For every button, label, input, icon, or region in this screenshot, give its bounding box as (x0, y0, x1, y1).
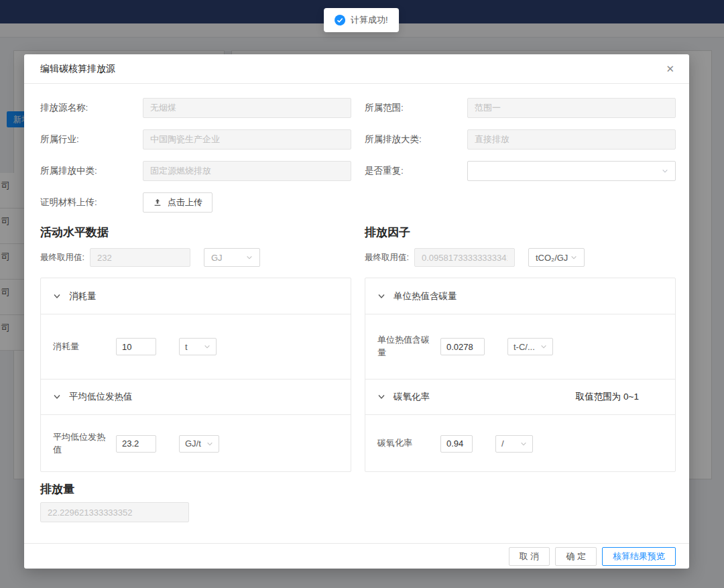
activity-panel: 消耗量 消耗量 t 平均低位发热值 (40, 278, 351, 472)
chevron-down-icon (662, 168, 668, 174)
toast-message: 计算成功! (351, 14, 388, 26)
field-scope: 所属范围: (365, 98, 676, 118)
preview-result-button[interactable]: 核算结果预览 (602, 547, 676, 566)
chevron-down-icon (570, 254, 577, 261)
row-label: 平均低位发热值 (53, 431, 105, 457)
heating-value-unit: GJ/t (185, 438, 201, 449)
oxidation-collapse-header[interactable]: 碳氧化率 取值范围为 0~1 (365, 379, 675, 415)
field-mid-category: 所属排放中类: (40, 161, 351, 181)
activity-section: 活动水平数据 最终取用值: GJ 消耗量 消耗量 (40, 213, 351, 472)
collapse-title: 碳氧化率 (394, 391, 430, 403)
field-label: 所属排放中类: (40, 165, 143, 177)
duplicate-select[interactable] (467, 161, 676, 181)
activity-final-row: 最终取用值: GJ (40, 248, 351, 267)
oxidation-unit-select: / (495, 435, 533, 453)
factor-final-input (414, 248, 515, 267)
upload-button-label: 点击上传 (168, 196, 202, 209)
sections: 活动水平数据 最终取用值: GJ 消耗量 消耗量 (40, 213, 676, 472)
consumption-unit-select: t (179, 338, 217, 355)
chevron-down-icon (377, 292, 385, 300)
major-category-input (467, 129, 676, 150)
carbon-content-row: 单位热值含碳量 t-C/... (365, 314, 675, 379)
carbon-content-input[interactable] (440, 338, 485, 355)
field-label: 排放源名称: (40, 102, 143, 114)
activity-heading: 活动水平数据 (40, 225, 351, 240)
ok-button[interactable]: 确 定 (555, 547, 597, 566)
oxidation-range-note: 取值范围为 0~1 (576, 391, 663, 403)
factor-heading: 排放因子 (365, 225, 676, 240)
chevron-down-icon (540, 343, 547, 350)
dialog-title: 编辑碳核算排放源 (40, 63, 115, 75)
chevron-down-icon (53, 292, 61, 300)
field-industry: 所属行业: (40, 129, 351, 150)
field-label: 是否重复: (365, 165, 467, 177)
dialog-footer: 取 消 确 定 核算结果预览 (24, 543, 689, 569)
field-label: 证明材料上传: (40, 196, 143, 209)
field-upload: 证明材料上传: 点击上传 (40, 192, 351, 213)
chevron-down-icon (204, 343, 210, 350)
chevron-down-icon (246, 254, 253, 261)
chevron-down-icon (520, 440, 527, 447)
heating-value-input[interactable] (116, 435, 156, 453)
upload-icon (153, 198, 162, 207)
scope-input (467, 98, 676, 118)
row-label: 消耗量 (53, 341, 105, 353)
collapse-title: 平均低位发热值 (69, 391, 133, 403)
field-label: 所属范围: (365, 102, 467, 114)
source-name-input (143, 98, 351, 118)
field-label: 所属行业: (40, 133, 143, 145)
chevron-down-icon (53, 393, 61, 401)
final-value-label: 最终取用值: (40, 252, 84, 263)
carbon-content-collapse-header[interactable]: 单位热值含碳量 (365, 278, 675, 314)
consumption-row: 消耗量 t (41, 314, 351, 379)
mid-category-input (143, 161, 351, 181)
heating-value-row: 平均低位发热值 GJ/t (41, 415, 351, 472)
oxidation-row: 碳氧化率 / (365, 415, 675, 472)
dialog-header: 编辑碳核算排放源 ✕ (24, 54, 689, 84)
row-label: 单位热值含碳量 (377, 334, 430, 359)
final-value-label: 最终取用值: (365, 252, 409, 263)
upload-button[interactable]: 点击上传 (143, 192, 213, 213)
factor-panel: 单位热值含碳量 单位热值含碳量 t-C/... 碳氧化率 取值范围为 0~1 (365, 278, 676, 472)
factor-unit-value: tCO₂/GJ (536, 253, 568, 263)
cancel-button[interactable]: 取 消 (509, 547, 550, 566)
heating-value-collapse-header[interactable]: 平均低位发热值 (41, 379, 351, 415)
chevron-down-icon (377, 393, 385, 401)
field-major-category: 所属排放大类: (365, 129, 676, 150)
consumption-unit-value: t (185, 342, 188, 352)
close-icon[interactable]: ✕ (666, 64, 674, 74)
field-duplicate: 是否重复: (365, 161, 676, 181)
factor-final-row: 最终取用值: tCO₂/GJ (365, 248, 676, 267)
row-label: 碳氧化率 (377, 437, 430, 450)
emission-amount-input (40, 502, 189, 522)
success-toast: 计算成功! (324, 8, 399, 32)
activity-unit-value: GJ (211, 253, 223, 263)
collapse-title: 消耗量 (69, 290, 97, 302)
activity-final-input (90, 248, 190, 267)
oxidation-unit: / (501, 438, 504, 449)
consumption-input[interactable] (116, 338, 156, 355)
oxidation-input[interactable] (440, 435, 473, 453)
chevron-down-icon (206, 440, 213, 447)
carbon-content-unit: t-C/... (514, 342, 535, 352)
dialog-body: 排放源名称: 所属范围: 所属行业: 所属排放大类: 所属排放中类: 是否重复: (24, 84, 689, 543)
activity-unit-select: GJ (204, 248, 260, 267)
factor-section: 排放因子 最终取用值: tCO₂/GJ 单位热值含碳量 单位热值含碳 (365, 213, 676, 472)
consumption-collapse-header[interactable]: 消耗量 (41, 278, 351, 314)
check-circle-icon (335, 15, 345, 25)
heating-value-unit-select: GJ/t (179, 435, 219, 453)
field-label: 所属排放大类: (365, 133, 467, 145)
carbon-content-unit-select: t-C/... (507, 338, 553, 355)
edit-emission-source-dialog: 编辑碳核算排放源 ✕ 排放源名称: 所属范围: 所属行业: 所属排放大类: 所 (24, 54, 689, 569)
field-source-name: 排放源名称: (40, 98, 351, 118)
emission-heading: 排放量 (40, 481, 676, 497)
basic-info-form: 排放源名称: 所属范围: 所属行业: 所属排放大类: 所属排放中类: 是否重复: (40, 98, 676, 213)
factor-unit-select: tCO₂/GJ (528, 248, 585, 267)
industry-input (143, 129, 351, 150)
collapse-title: 单位热值含碳量 (394, 290, 457, 302)
